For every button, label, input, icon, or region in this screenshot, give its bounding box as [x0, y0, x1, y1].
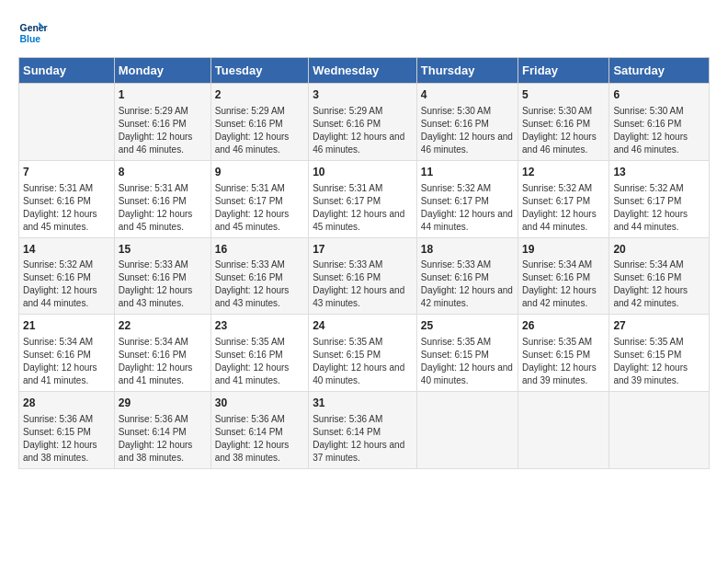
day-number: 23 — [215, 318, 304, 334]
calendar-cell: 15Sunrise: 5:33 AM Sunset: 6:16 PM Dayli… — [114, 237, 210, 315]
calendar-cell: 6Sunrise: 5:30 AM Sunset: 6:16 PM Daylig… — [609, 84, 710, 161]
cell-content: Sunrise: 5:30 AM Sunset: 6:16 PM Dayligh… — [613, 105, 705, 156]
day-number: 12 — [522, 165, 605, 180]
day-number: 14 — [23, 242, 110, 258]
day-number: 28 — [23, 396, 110, 411]
day-number: 27 — [613, 318, 705, 334]
calendar-cell: 11Sunrise: 5:32 AM Sunset: 6:17 PM Dayli… — [416, 160, 518, 237]
day-number: 7 — [23, 165, 110, 180]
cell-content: Sunrise: 5:34 AM Sunset: 6:16 PM Dayligh… — [613, 259, 705, 310]
calendar-cell: 26Sunrise: 5:35 AM Sunset: 6:15 PM Dayli… — [518, 315, 609, 392]
calendar-cell: 17Sunrise: 5:33 AM Sunset: 6:16 PM Dayli… — [309, 237, 417, 315]
day-number: 22 — [119, 318, 207, 334]
calendar-cell — [518, 392, 609, 469]
day-number: 21 — [23, 318, 110, 334]
day-number: 31 — [313, 396, 413, 411]
cell-content: Sunrise: 5:32 AM Sunset: 6:16 PM Dayligh… — [23, 259, 110, 310]
calendar-cell: 29Sunrise: 5:36 AM Sunset: 6:14 PM Dayli… — [114, 392, 210, 469]
svg-text:General: General — [20, 23, 48, 33]
calendar-cell: 4Sunrise: 5:30 AM Sunset: 6:16 PM Daylig… — [416, 84, 518, 161]
day-number: 20 — [613, 242, 705, 258]
cell-content: Sunrise: 5:30 AM Sunset: 6:16 PM Dayligh… — [522, 105, 605, 156]
calendar-cell: 31Sunrise: 5:36 AM Sunset: 6:14 PM Dayli… — [309, 392, 417, 469]
day-number: 13 — [613, 165, 705, 180]
cell-content: Sunrise: 5:33 AM Sunset: 6:16 PM Dayligh… — [215, 259, 304, 310]
day-number: 6 — [613, 87, 705, 103]
cell-content: Sunrise: 5:35 AM Sunset: 6:16 PM Dayligh… — [215, 336, 304, 387]
cell-content: Sunrise: 5:36 AM Sunset: 6:14 PM Dayligh… — [313, 413, 413, 465]
calendar-cell — [19, 84, 115, 161]
week-row-5: 28Sunrise: 5:36 AM Sunset: 6:15 PM Dayli… — [19, 392, 710, 469]
calendar-cell: 22Sunrise: 5:34 AM Sunset: 6:16 PM Dayli… — [114, 315, 210, 392]
cell-content: Sunrise: 5:31 AM Sunset: 6:17 PM Dayligh… — [313, 182, 413, 234]
calendar-cell: 21Sunrise: 5:34 AM Sunset: 6:16 PM Dayli… — [19, 315, 115, 392]
cell-content: Sunrise: 5:35 AM Sunset: 6:15 PM Dayligh… — [522, 336, 605, 387]
cell-content: Sunrise: 5:34 AM Sunset: 6:16 PM Dayligh… — [23, 336, 110, 387]
svg-text:Blue: Blue — [20, 34, 41, 44]
day-number: 24 — [313, 318, 413, 334]
calendar-cell: 27Sunrise: 5:35 AM Sunset: 6:15 PM Dayli… — [609, 315, 710, 392]
cell-content: Sunrise: 5:35 AM Sunset: 6:15 PM Dayligh… — [613, 336, 705, 387]
calendar-cell — [609, 392, 710, 469]
calendar-cell: 14Sunrise: 5:32 AM Sunset: 6:16 PM Dayli… — [19, 237, 115, 315]
logo: General Blue — [18, 18, 48, 48]
day-number: 2 — [215, 87, 304, 103]
header-sunday: Sunday — [19, 58, 115, 84]
day-number: 17 — [313, 242, 413, 258]
cell-content: Sunrise: 5:34 AM Sunset: 6:16 PM Dayligh… — [522, 259, 605, 310]
calendar-cell — [416, 392, 518, 469]
day-number: 11 — [421, 165, 514, 180]
week-row-4: 21Sunrise: 5:34 AM Sunset: 6:16 PM Dayli… — [19, 315, 710, 392]
cell-content: Sunrise: 5:29 AM Sunset: 6:16 PM Dayligh… — [215, 105, 304, 156]
header-monday: Monday — [114, 58, 210, 84]
header-friday: Friday — [518, 58, 609, 84]
day-number: 29 — [119, 396, 207, 411]
cell-content: Sunrise: 5:34 AM Sunset: 6:16 PM Dayligh… — [119, 336, 207, 387]
calendar-cell: 1Sunrise: 5:29 AM Sunset: 6:16 PM Daylig… — [114, 84, 210, 161]
day-number: 9 — [215, 165, 304, 180]
calendar-cell: 23Sunrise: 5:35 AM Sunset: 6:16 PM Dayli… — [210, 315, 308, 392]
day-number: 16 — [215, 242, 304, 258]
cell-content: Sunrise: 5:32 AM Sunset: 6:17 PM Dayligh… — [613, 182, 705, 234]
calendar-cell: 16Sunrise: 5:33 AM Sunset: 6:16 PM Dayli… — [210, 237, 308, 315]
cell-content: Sunrise: 5:36 AM Sunset: 6:14 PM Dayligh… — [215, 413, 304, 465]
calendar-cell: 24Sunrise: 5:35 AM Sunset: 6:15 PM Dayli… — [309, 315, 417, 392]
cell-content: Sunrise: 5:31 AM Sunset: 6:17 PM Dayligh… — [215, 182, 304, 234]
cell-content: Sunrise: 5:33 AM Sunset: 6:16 PM Dayligh… — [119, 259, 207, 310]
calendar-cell: 19Sunrise: 5:34 AM Sunset: 6:16 PM Dayli… — [518, 237, 609, 315]
cell-content: Sunrise: 5:29 AM Sunset: 6:16 PM Dayligh… — [119, 105, 207, 156]
cell-content: Sunrise: 5:29 AM Sunset: 6:16 PM Dayligh… — [313, 105, 413, 156]
cell-content: Sunrise: 5:32 AM Sunset: 6:17 PM Dayligh… — [522, 182, 605, 234]
header-row: SundayMondayTuesdayWednesdayThursdayFrid… — [19, 58, 710, 84]
day-number: 10 — [313, 165, 413, 180]
cell-content: Sunrise: 5:33 AM Sunset: 6:16 PM Dayligh… — [421, 259, 514, 310]
day-number: 15 — [119, 242, 207, 258]
calendar-cell: 20Sunrise: 5:34 AM Sunset: 6:16 PM Dayli… — [609, 237, 710, 315]
day-number: 26 — [522, 318, 605, 334]
cell-content: Sunrise: 5:36 AM Sunset: 6:14 PM Dayligh… — [119, 413, 207, 465]
week-row-1: 1Sunrise: 5:29 AM Sunset: 6:16 PM Daylig… — [19, 84, 710, 161]
calendar-cell: 13Sunrise: 5:32 AM Sunset: 6:17 PM Dayli… — [609, 160, 710, 237]
week-row-3: 14Sunrise: 5:32 AM Sunset: 6:16 PM Dayli… — [19, 237, 710, 315]
day-number: 4 — [421, 87, 514, 103]
day-number: 19 — [522, 242, 605, 258]
calendar-cell: 8Sunrise: 5:31 AM Sunset: 6:16 PM Daylig… — [114, 160, 210, 237]
calendar-cell: 25Sunrise: 5:35 AM Sunset: 6:15 PM Dayli… — [416, 315, 518, 392]
week-row-2: 7Sunrise: 5:31 AM Sunset: 6:16 PM Daylig… — [19, 160, 710, 237]
cell-content: Sunrise: 5:30 AM Sunset: 6:16 PM Dayligh… — [421, 105, 514, 156]
calendar-cell: 3Sunrise: 5:29 AM Sunset: 6:16 PM Daylig… — [309, 84, 417, 161]
header-saturday: Saturday — [609, 58, 710, 84]
day-number: 1 — [119, 87, 207, 103]
calendar-cell: 9Sunrise: 5:31 AM Sunset: 6:17 PM Daylig… — [210, 160, 308, 237]
cell-content: Sunrise: 5:35 AM Sunset: 6:15 PM Dayligh… — [421, 336, 514, 387]
calendar-cell: 28Sunrise: 5:36 AM Sunset: 6:15 PM Dayli… — [19, 392, 115, 469]
day-number: 25 — [421, 318, 514, 334]
calendar-table: SundayMondayTuesdayWednesdayThursdayFrid… — [18, 57, 710, 469]
calendar-cell: 10Sunrise: 5:31 AM Sunset: 6:17 PM Dayli… — [309, 160, 417, 237]
calendar-cell: 30Sunrise: 5:36 AM Sunset: 6:14 PM Dayli… — [210, 392, 308, 469]
calendar-cell: 2Sunrise: 5:29 AM Sunset: 6:16 PM Daylig… — [210, 84, 308, 161]
day-number: 5 — [522, 87, 605, 103]
calendar-cell: 12Sunrise: 5:32 AM Sunset: 6:17 PM Dayli… — [518, 160, 609, 237]
day-number: 30 — [215, 396, 304, 411]
cell-content: Sunrise: 5:31 AM Sunset: 6:16 PM Dayligh… — [119, 182, 207, 234]
